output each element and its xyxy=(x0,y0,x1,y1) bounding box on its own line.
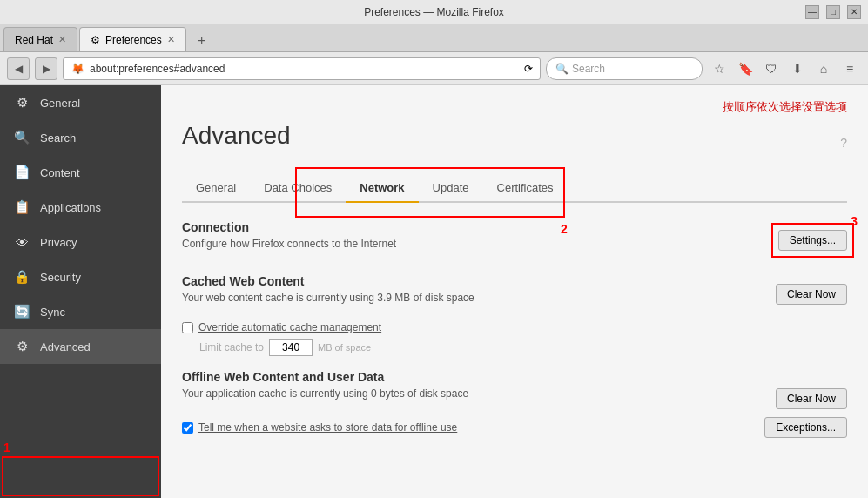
sidebar-label-advanced: Advanced xyxy=(40,340,91,353)
search-icon: 🔍 xyxy=(555,63,569,75)
connection-desc: Configure how Firefox connects to the In… xyxy=(182,238,396,250)
instruction-text: 按顺序依次选择设置选项 xyxy=(182,99,847,115)
sidebar-item-general[interactable]: ⚙ General xyxy=(0,85,161,120)
offline-section: Offline Web Content and User Data Your a… xyxy=(182,370,847,438)
firefox-icon: 🦊 xyxy=(71,62,84,76)
tab-network[interactable]: Network xyxy=(346,174,418,201)
applications-icon: 📋 xyxy=(14,199,30,215)
main-layout: ⚙ General 🔍 Search 📄 Content 📋 Applicati… xyxy=(0,85,868,498)
override-label: Override automatic cache management xyxy=(198,321,381,333)
sidebar-item-security[interactable]: 🔒 Security xyxy=(0,259,161,294)
sidebar-item-privacy[interactable]: 👁 Privacy xyxy=(0,225,161,259)
cached-title: Cached Web Content xyxy=(182,274,474,288)
tab-update[interactable]: Update xyxy=(419,174,483,201)
sidebar-item-advanced[interactable]: ⚙ Advanced xyxy=(0,329,161,364)
url-text: about:preferences#advanced xyxy=(90,63,519,75)
connection-title: Connection xyxy=(182,220,396,234)
help-icon[interactable]: ? xyxy=(840,136,847,150)
tab-certificates[interactable]: Certificates xyxy=(483,174,568,201)
page-title: Advanced xyxy=(182,122,291,150)
sidebar-item-sync[interactable]: 🔄 Sync xyxy=(0,294,161,329)
new-tab-button[interactable]: + xyxy=(192,30,212,51)
sidebar-item-applications[interactable]: 📋 Applications xyxy=(0,190,161,225)
content-area: 按顺序依次选择设置选项 Advanced ? General Data Choi… xyxy=(161,85,868,498)
sidebar-label-privacy: Privacy xyxy=(40,236,77,249)
sidebar-item-content[interactable]: 📄 Content xyxy=(0,155,161,190)
tab-preferences-label: Preferences xyxy=(105,34,162,46)
limit-label: Limit cache to xyxy=(199,341,264,353)
tab-redhat[interactable]: Red Hat ✕ xyxy=(3,27,77,51)
forward-button[interactable]: ▶ xyxy=(35,57,57,80)
general-icon: ⚙ xyxy=(14,95,30,111)
forward-icon: ▶ xyxy=(43,63,50,75)
sidebar-item-search[interactable]: 🔍 Search xyxy=(0,120,161,155)
back-button[interactable]: ◀ xyxy=(7,57,30,80)
tell-checkbox[interactable] xyxy=(182,422,193,434)
sidebar-label-security: Security xyxy=(40,271,81,284)
url-bar[interactable]: 🦊 about:preferences#advanced ⟳ xyxy=(63,57,541,80)
sidebar-label-sync: Sync xyxy=(40,306,65,319)
offline-row: Your application cache is currently usin… xyxy=(182,387,847,410)
cached-row: Cached Web Content Your web content cach… xyxy=(182,274,847,314)
sidebar-label-content: Content xyxy=(40,166,80,179)
search-placeholder: Search xyxy=(572,63,605,75)
sidebar-label-general: General xyxy=(40,97,80,110)
tab-redhat-close[interactable]: ✕ xyxy=(58,34,66,45)
offline-title: Offline Web Content and User Data xyxy=(182,370,847,384)
connection-section: Connection Configure how Firefox connect… xyxy=(182,220,847,260)
minimize-button[interactable]: — xyxy=(805,5,819,19)
sidebar-label-search: Search xyxy=(40,131,76,145)
tab-data-choices[interactable]: Data Choices xyxy=(250,174,346,201)
connection-row: Connection Configure how Firefox connect… xyxy=(182,220,847,260)
annotation-box-1 xyxy=(2,456,159,496)
tell-label: Tell me when a website asks to store dat… xyxy=(198,421,457,434)
override-checkbox[interactable] xyxy=(182,322,193,333)
window-title: Preferences — Mozilla Firefox xyxy=(364,6,504,18)
tab-preferences[interactable]: ⚙ Preferences ✕ xyxy=(79,27,186,51)
offline-desc: Your application cache is currently usin… xyxy=(182,387,468,400)
content-icon: 📄 xyxy=(14,165,30,180)
shield-icon[interactable]: 🛡 xyxy=(760,57,783,80)
tab-preferences-close[interactable]: ✕ xyxy=(167,34,175,45)
tab-general[interactable]: General xyxy=(182,174,250,201)
tell-row: Tell me when a website asks to store dat… xyxy=(182,417,847,438)
annotation-label-1: 1 xyxy=(3,441,10,454)
close-button[interactable]: ✕ xyxy=(847,5,861,19)
limit-input[interactable] xyxy=(269,339,313,356)
preferences-favicon: ⚙ xyxy=(91,34,100,46)
settings-button[interactable]: Settings... xyxy=(778,230,847,251)
exceptions-button[interactable]: Exceptions... xyxy=(764,417,847,438)
advanced-icon: ⚙ xyxy=(14,339,30,354)
back-icon: ◀ xyxy=(15,63,23,75)
security-icon: 🔒 xyxy=(14,269,30,285)
bookmark-icon[interactable]: ☆ xyxy=(708,57,730,80)
clear-offline-button[interactable]: Clear Now xyxy=(776,388,847,409)
cached-desc: Your web content cache is currently usin… xyxy=(182,292,474,304)
limit-row: Limit cache to MB of space xyxy=(199,339,847,356)
nav-icons: ☆ 🔖 🛡 ⬇ ⌂ ≡ xyxy=(708,57,861,80)
window-controls[interactable]: — □ ✕ xyxy=(805,5,861,19)
search-icon: 🔍 xyxy=(14,130,30,145)
tab-redhat-label: Red Hat xyxy=(15,34,53,46)
reload-icon[interactable]: ⟳ xyxy=(524,63,533,75)
home-icon[interactable]: ⌂ xyxy=(812,57,835,80)
search-bar[interactable]: 🔍 Search xyxy=(546,57,703,80)
cached-section: Cached Web Content Your web content cach… xyxy=(182,274,847,356)
sidebar: ⚙ General 🔍 Search 📄 Content 📋 Applicati… xyxy=(0,85,161,498)
menu-icon[interactable]: ≡ xyxy=(838,57,861,80)
navbar: ◀ ▶ 🦊 about:preferences#advanced ⟳ 🔍 Sea… xyxy=(0,52,868,85)
titlebar: Preferences — Mozilla Firefox — □ ✕ xyxy=(0,0,868,24)
tabbar: Red Hat ✕ ⚙ Preferences ✕ + xyxy=(0,24,868,52)
clear-cache-button[interactable]: Clear Now xyxy=(776,284,847,305)
pref-tabs: General Data Choices Network Update Cert… xyxy=(182,174,847,203)
privacy-icon: 👁 xyxy=(14,235,30,250)
save-icon[interactable]: 🔖 xyxy=(734,57,757,80)
sync-icon: 🔄 xyxy=(14,304,30,320)
download-icon[interactable]: ⬇ xyxy=(786,57,809,80)
annotation-label-3: 3 xyxy=(851,214,858,228)
limit-unit: MB of space xyxy=(318,342,371,353)
override-row: Override automatic cache management xyxy=(182,321,847,333)
maximize-button[interactable]: □ xyxy=(826,5,840,19)
sidebar-label-applications: Applications xyxy=(40,201,101,214)
